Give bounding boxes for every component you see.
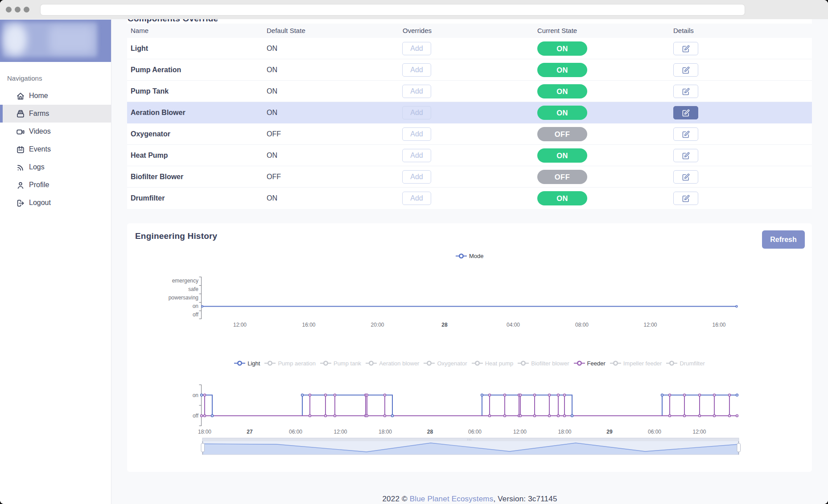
svg-text:16:00: 16:00 bbox=[302, 322, 315, 328]
svg-text:04:00: 04:00 bbox=[507, 322, 520, 328]
svg-text:safe: safe bbox=[188, 286, 198, 292]
svg-text:off: off bbox=[193, 311, 199, 318]
svg-text:18:00: 18:00 bbox=[558, 429, 571, 435]
svg-text:on: on bbox=[193, 392, 198, 398]
svg-text:08:00: 08:00 bbox=[575, 322, 589, 328]
svg-text:12:00: 12:00 bbox=[233, 322, 247, 328]
svg-text:06:00: 06:00 bbox=[289, 429, 302, 435]
svg-text:12:00: 12:00 bbox=[513, 429, 527, 435]
svg-text:16:00: 16:00 bbox=[712, 322, 725, 328]
svg-text:18:00: 18:00 bbox=[198, 429, 211, 435]
svg-text:20:00: 20:00 bbox=[371, 322, 384, 328]
svg-text:on: on bbox=[193, 303, 198, 309]
svg-text:06:00: 06:00 bbox=[468, 429, 482, 435]
svg-text:12:00: 12:00 bbox=[334, 429, 347, 435]
svg-text:28: 28 bbox=[427, 429, 433, 435]
svg-text:12:00: 12:00 bbox=[643, 322, 657, 328]
svg-text:06:00: 06:00 bbox=[648, 429, 661, 435]
svg-text:28: 28 bbox=[441, 322, 448, 328]
svg-text:18:00: 18:00 bbox=[379, 429, 392, 435]
svg-text:powersaving: powersaving bbox=[169, 295, 198, 301]
svg-text:Mode: Mode bbox=[469, 253, 484, 259]
svg-text:29: 29 bbox=[606, 429, 613, 435]
svg-text:12:00: 12:00 bbox=[692, 429, 706, 435]
svg-text:27: 27 bbox=[247, 429, 253, 435]
svg-text:emergency: emergency bbox=[172, 278, 198, 284]
svg-text:off: off bbox=[193, 413, 199, 419]
